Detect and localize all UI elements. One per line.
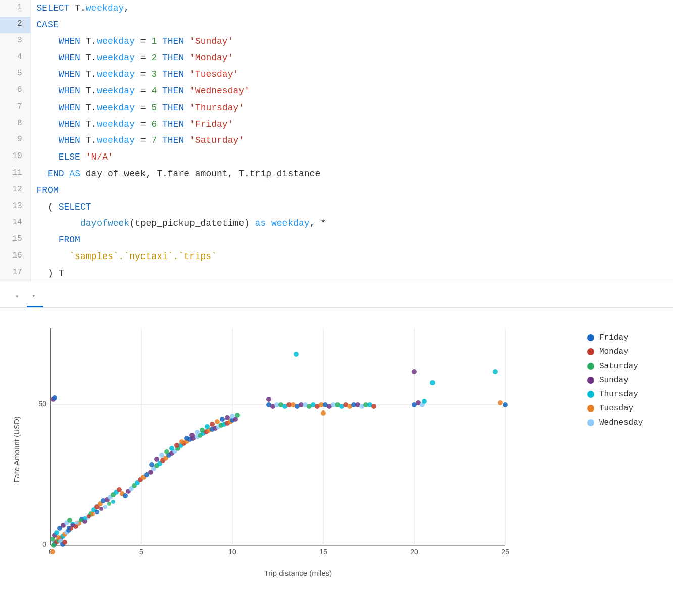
code-token bbox=[37, 119, 59, 129]
code-token: 6 bbox=[151, 119, 157, 129]
code-token: 5 bbox=[151, 102, 157, 113]
code-token: T. bbox=[80, 36, 97, 46]
svg-point-34 bbox=[62, 540, 67, 545]
code-token bbox=[266, 218, 271, 228]
code-token bbox=[184, 36, 189, 46]
tab-add-button[interactable] bbox=[43, 293, 54, 303]
code-token: THEN bbox=[162, 86, 184, 96]
line-content: WHEN T.weekday = 2 THEN 'Monday' bbox=[30, 49, 673, 66]
code-token bbox=[37, 169, 48, 179]
tab-results[interactable]: ▾ bbox=[10, 289, 27, 306]
code-token: FROM bbox=[37, 185, 59, 195]
code-token: 'Saturday' bbox=[189, 135, 244, 145]
legend-dot bbox=[587, 391, 594, 398]
code-token: WHEN bbox=[59, 135, 80, 145]
code-token: day_of_week, T.fare_amount, T.trip_dista… bbox=[80, 169, 320, 179]
svg-point-106 bbox=[205, 424, 210, 429]
line-content: END AS day_of_week, T.fare_amount, T.tri… bbox=[30, 166, 673, 182]
svg-point-147 bbox=[412, 369, 417, 374]
code-token: dayofweek bbox=[80, 218, 129, 228]
svg-point-156 bbox=[75, 521, 79, 525]
svg-point-101 bbox=[179, 439, 184, 444]
code-token bbox=[37, 152, 59, 162]
line-number: 16 bbox=[0, 248, 30, 265]
code-token: 4 bbox=[151, 86, 157, 96]
svg-point-110 bbox=[225, 415, 230, 420]
code-token bbox=[37, 69, 59, 79]
legend-item: Monday bbox=[587, 347, 658, 356]
line-number: 9 bbox=[0, 132, 30, 149]
line-number: 1 bbox=[0, 0, 30, 17]
code-token: T. bbox=[80, 86, 97, 96]
legend-dot bbox=[587, 419, 594, 426]
legend-label: Monday bbox=[599, 347, 629, 356]
code-token: T. bbox=[80, 102, 97, 113]
chart-svg-wrapper: Fare Amount (USD) Trip distance (miles) … bbox=[10, 318, 577, 583]
line-content: WHEN T.weekday = 5 THEN 'Thursday' bbox=[30, 99, 673, 116]
svg-text:15: 15 bbox=[319, 548, 327, 556]
code-token: (tpep_pickup_datetime) bbox=[129, 218, 255, 228]
legend-item: Wednesday bbox=[587, 418, 658, 427]
code-token: THEN bbox=[162, 36, 184, 46]
code-token bbox=[157, 86, 162, 96]
code-line: 7 WHEN T.weekday = 5 THEN 'Thursday' bbox=[0, 99, 673, 116]
code-token: weekday bbox=[97, 36, 135, 46]
legend-item: Thursday bbox=[587, 390, 658, 399]
line-content: ELSE 'N/A' bbox=[30, 149, 673, 166]
line-number: 6 bbox=[0, 83, 30, 99]
svg-point-160 bbox=[91, 512, 95, 516]
code-token: THEN bbox=[162, 69, 184, 79]
line-number: 7 bbox=[0, 99, 30, 116]
code-token: WHEN bbox=[59, 53, 80, 63]
svg-point-56 bbox=[117, 487, 122, 492]
code-token bbox=[37, 251, 70, 262]
code-token bbox=[37, 218, 80, 228]
code-token: `samples`.`nyctaxi`.`trips` bbox=[69, 251, 217, 262]
line-content: FROM bbox=[30, 232, 673, 248]
code-line: 2CASE bbox=[0, 17, 673, 33]
svg-text:20: 20 bbox=[410, 548, 418, 556]
tab-results-chevron: ▾ bbox=[15, 293, 19, 300]
code-token: 1 bbox=[151, 36, 157, 46]
code-token bbox=[157, 135, 162, 145]
code-token: = bbox=[135, 36, 151, 46]
code-token bbox=[157, 119, 162, 129]
line-number: 13 bbox=[0, 199, 30, 216]
legend-dot bbox=[587, 348, 594, 355]
legend-dot bbox=[587, 405, 594, 412]
code-token: AS bbox=[69, 169, 80, 179]
line-number: 8 bbox=[0, 116, 30, 133]
tab-fare-by-distance[interactable]: ▾ bbox=[27, 288, 43, 307]
code-token: 3 bbox=[151, 69, 157, 79]
svg-text:0: 0 bbox=[42, 540, 46, 548]
code-token bbox=[157, 36, 162, 46]
code-line: 12FROM bbox=[0, 182, 673, 199]
line-content: FROM bbox=[30, 182, 673, 199]
svg-point-157 bbox=[79, 518, 83, 522]
svg-point-97 bbox=[159, 453, 164, 458]
svg-text:10: 10 bbox=[228, 548, 236, 556]
code-token bbox=[184, 86, 189, 96]
svg-point-30 bbox=[54, 530, 59, 535]
code-editor: 1SELECT T.weekday,2CASE3 WHEN T.weekday … bbox=[0, 0, 673, 282]
chart-container: Fare Amount (USD) Trip distance (miles) … bbox=[10, 318, 577, 583]
code-line: 5 WHEN T.weekday = 3 THEN 'Tuesday' bbox=[0, 66, 673, 83]
code-token: WHEN bbox=[59, 69, 80, 79]
code-token: THEN bbox=[162, 102, 184, 113]
code-token: 'Sunday' bbox=[189, 36, 233, 46]
code-token: 'N/A' bbox=[86, 152, 113, 162]
line-content: ( SELECT bbox=[30, 199, 673, 216]
svg-point-148 bbox=[430, 380, 435, 385]
line-content: CASE bbox=[30, 17, 673, 33]
code-token: WHEN bbox=[59, 102, 80, 113]
code-token: END bbox=[47, 169, 64, 179]
line-content: WHEN T.weekday = 6 THEN 'Friday' bbox=[30, 116, 673, 133]
svg-point-35 bbox=[51, 543, 56, 548]
svg-point-99 bbox=[169, 446, 174, 451]
svg-text:25: 25 bbox=[501, 548, 509, 556]
svg-point-127 bbox=[294, 352, 299, 357]
line-content: WHEN T.weekday = 3 THEN 'Tuesday' bbox=[30, 66, 673, 83]
line-number: 15 bbox=[0, 232, 30, 248]
svg-point-100 bbox=[174, 443, 179, 448]
code-line: 9 WHEN T.weekday = 7 THEN 'Saturday' bbox=[0, 132, 673, 149]
